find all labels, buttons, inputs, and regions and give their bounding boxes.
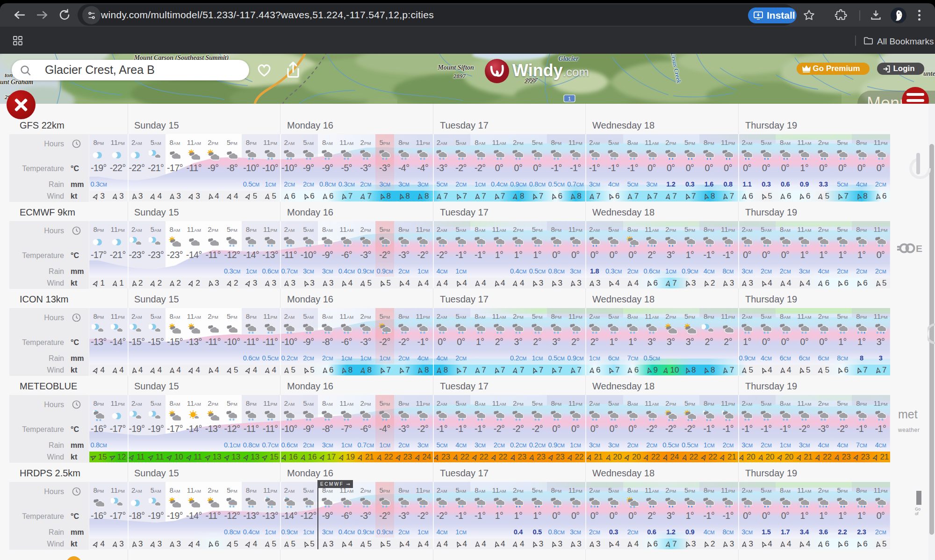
svg-text:1: 1 — [568, 96, 571, 101]
svg-text:E: E — [916, 243, 922, 254]
